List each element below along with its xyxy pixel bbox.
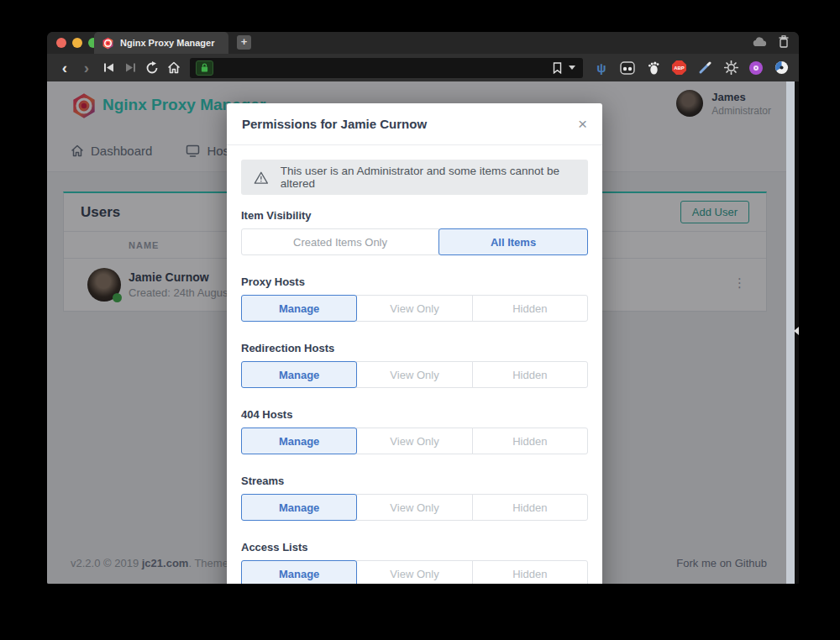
favicon-npm [102,37,114,50]
close-window-button[interactable] [56,38,66,48]
tab-bar: Nginx Proxy Manager + [47,32,799,54]
access-lists-hidden[interactable]: Hidden [472,560,588,584]
404-hosts-view-only[interactable]: View Only [356,428,472,454]
trash-icon[interactable] [779,35,789,48]
browser-window: Nginx Proxy Manager + ‹ › [47,32,799,584]
web-page: Nginx Proxy Manager James Administrator … [47,81,786,584]
secure-lock-icon[interactable] [196,60,213,76]
proxy-hosts-group: Manage View Only Hidden [241,295,588,322]
reload-button[interactable] [141,57,163,79]
redirection-hosts-label: Redirection Hosts [241,342,588,354]
warning-triangle-icon [254,170,269,185]
404-hosts-hidden[interactable]: Hidden [472,428,588,454]
modal-title: Permissions for Jamie Curnow [242,117,427,131]
fast-forward-button[interactable] [119,57,141,79]
extension-trident-icon[interactable]: ψ [594,60,609,76]
proxy-hosts-hidden[interactable]: Hidden [472,295,588,322]
streams-manage[interactable]: Manage [241,494,357,521]
admin-alert-text: This user is an Administrator and some i… [281,165,575,190]
404-hosts-label: 404 Hosts [241,408,588,421]
option-all-items[interactable]: All Items [438,228,588,255]
extension-adblock-plus-icon[interactable]: ABP [672,60,686,75]
address-bar[interactable] [190,58,583,78]
back-button[interactable]: ‹ [54,57,76,79]
access-lists-group: Manage View Only Hidden [241,560,588,584]
streams-view-only[interactable]: View Only [356,494,472,521]
tab-title: Nginx Proxy Manager [120,38,214,48]
extension-gnome-foot-icon[interactable] [646,60,661,76]
browser-toolbar: ‹ › ψ [47,54,799,81]
extension-purple-icon[interactable] [749,61,763,75]
browser-tab-nginx-proxy-manager[interactable]: Nginx Proxy Manager [94,32,228,54]
proxy-hosts-view-only[interactable]: View Only [356,295,472,322]
redirection-hosts-group: Manage View Only Hidden [241,361,588,388]
admin-alert: This user is an Administrator and some i… [241,160,588,195]
404-hosts-group: Manage View Only Hidden [241,428,588,454]
window-right-edge [795,81,799,584]
extension-pen-icon[interactable] [697,60,712,76]
forward-button[interactable]: › [76,57,97,79]
404-hosts-manage[interactable]: Manage [241,428,357,454]
redirection-hosts-view-only[interactable]: View Only [356,361,472,388]
sync-cloud-icon[interactable] [753,37,767,47]
streams-group: Manage View Only Hidden [241,494,588,521]
proxy-hosts-label: Proxy Hosts [241,275,588,288]
access-lists-view-only[interactable]: View Only [356,560,472,584]
item-visibility-group: Created Items Only All Items [241,228,588,255]
streams-hidden[interactable]: Hidden [472,494,588,521]
proxy-hosts-manage[interactable]: Manage [241,295,357,322]
extensions-row: ψ ABP [592,60,792,76]
streams-label: Streams [241,475,588,487]
redirection-hosts-manage[interactable]: Manage [241,361,357,388]
redirection-hosts-hidden[interactable]: Hidden [472,361,588,388]
bookmark-icon[interactable] [553,62,562,74]
access-lists-label: Access Lists [241,541,588,553]
permissions-modal: Permissions for Jamie Curnow × This user… [227,103,602,584]
home-button[interactable] [163,57,185,79]
access-lists-manage[interactable]: Manage [241,560,357,584]
close-icon[interactable]: × [578,116,587,132]
new-tab-button[interactable]: + [237,35,251,50]
extension-privacy-dial-icon[interactable] [774,60,789,76]
bookmark-dropdown-caret[interactable] [569,66,575,73]
window-controls [56,38,98,48]
extension-gear-icon[interactable] [723,60,738,76]
rewind-button[interactable] [97,57,119,79]
item-visibility-label: Item Visibility [241,209,588,222]
minimize-window-button[interactable] [72,38,82,48]
extension-goggles-icon[interactable] [620,60,635,76]
option-created-items-only[interactable]: Created Items Only [241,228,439,255]
panel-toggle-arrow-icon[interactable] [790,327,799,335]
